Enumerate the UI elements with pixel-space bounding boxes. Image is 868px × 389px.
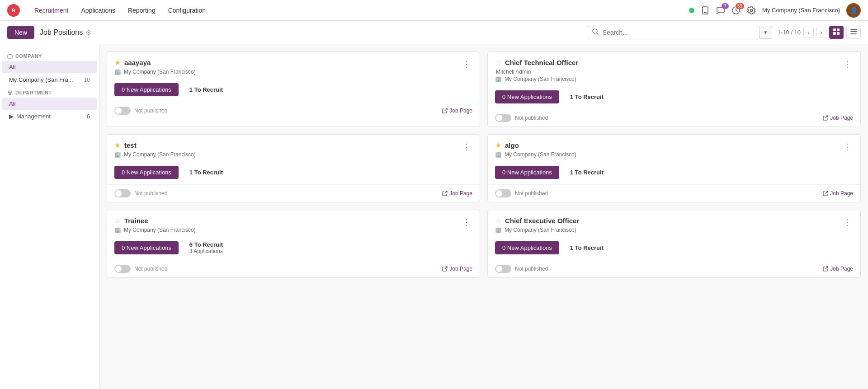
job-page-link[interactable]: Job Page [442,266,472,272]
clock-icon[interactable]: 59 [731,6,741,15]
chevron-right-icon: ▶ [9,113,14,120]
card-title-area: ☆ Trainee 🏢 My Company (San Francisco) [114,216,461,233]
card-company-name: My Company (San Francisco) [505,76,576,82]
search-dropdown-button[interactable]: ▾ [760,26,772,39]
job-page-link[interactable]: Job Page [442,190,472,197]
svg-rect-8 [833,28,836,31]
job-card: ★ aaayaya 🏢 My Company (San Francisco) ⋮… [107,52,480,127]
star-filled-icon[interactable]: ★ [114,58,121,67]
svg-rect-12 [850,29,857,30]
job-page-link[interactable]: Job Page [823,190,853,197]
card-company: 🏢 My Company (San Francisco) [495,76,841,82]
job-card: ☆ Chief Executive Officer 🏢 My Company (… [487,210,861,278]
content-area: ★ aaayaya 🏢 My Company (San Francisco) ⋮… [99,44,868,389]
card-footer: Not published Job Page [488,260,860,277]
card-title-row: ☆ Chief Technical Officer [495,58,841,67]
pagination-text: 1-10 / 10 [778,29,801,36]
card-title: Chief Executive Officer [505,217,579,225]
publish-toggle[interactable] [114,189,131,197]
new-applications-button[interactable]: 0 New Applications [495,90,559,103]
nav-reporting[interactable]: Reporting [123,5,161,16]
card-menu-button[interactable]: ⋮ [461,216,472,228]
company-section-title: COMPANY [0,50,99,61]
card-menu-button[interactable]: ⋮ [461,141,472,153]
nav-recruitment[interactable]: Recruitment [29,5,74,16]
card-title: algo [505,141,519,149]
sidebar-item-my-company-count: 10 [84,77,90,83]
chat-icon[interactable]: 7 [716,6,725,15]
status-indicator[interactable] [689,8,694,13]
svg-rect-14 [850,33,857,34]
phone-icon[interactable] [701,6,710,15]
card-company: 🏢 My Company (San Francisco) [495,151,841,158]
settings-icon[interactable] [747,6,756,15]
sidebar-item-management-count: 6 [87,113,90,120]
publish-toggle[interactable] [114,107,131,115]
star-empty-icon[interactable]: ☆ [114,216,121,225]
publish-toggle[interactable] [495,189,511,197]
new-applications-button[interactable]: 0 New Applications [495,166,559,179]
svg-rect-11 [837,32,840,35]
nav-configuration[interactable]: Configuration [163,5,211,16]
nav-applications[interactable]: Applications [75,5,121,16]
publish-toggle[interactable] [114,265,131,273]
star-filled-icon[interactable]: ★ [114,141,121,150]
new-applications-button[interactable]: 0 New Applications [114,166,179,179]
star-empty-icon[interactable]: ☆ [495,58,501,67]
svg-rect-13 [850,31,857,32]
new-applications-button[interactable]: 0 New Applications [495,241,559,254]
list-view-button[interactable] [846,26,861,39]
settings-gear-icon[interactable]: ⚙ [85,29,91,36]
svg-text:R: R [12,8,15,13]
job-card: ☆ Chief Technical Officer Mitchell Admin… [487,52,861,127]
publish-toggle[interactable] [495,114,511,122]
new-applications-button[interactable]: 0 New Applications [114,241,179,254]
star-filled-icon[interactable]: ★ [495,141,501,150]
card-company-name: My Company (San Francisco) [124,69,196,75]
building-icon: 🏢 [495,76,502,82]
star-empty-icon[interactable]: ☆ [495,216,501,225]
card-title: test [124,141,137,149]
card-body: 0 New Applications 1 To Recruit [488,238,860,260]
next-page-button[interactable]: › [816,27,826,38]
card-title-area: ★ test 🏢 My Company (San Francisco) [114,141,461,158]
new-applications-button[interactable]: 0 New Applications [114,83,179,96]
job-card: ★ algo 🏢 My Company (San Francisco) ⋮ 0 … [487,134,861,202]
job-page-link[interactable]: Job Page [823,115,853,121]
recruit-info: 1 To Recruit [570,169,604,176]
card-company: 🏢 My Company (San Francisco) [114,151,461,158]
job-page-link[interactable]: Job Page [823,266,853,272]
toggle-area: Not published [495,265,548,273]
card-title: aaayaya [124,59,151,66]
main-layout: COMPANY All My Company (San Fra... 10 DE… [0,44,868,389]
prev-page-button[interactable]: ‹ [803,27,813,38]
card-menu-button[interactable]: ⋮ [461,58,472,70]
card-title-row: ★ algo [495,141,841,150]
card-company-name: My Company (San Francisco) [124,151,196,158]
card-company-name: My Company (San Francisco) [505,151,576,158]
job-page-link[interactable]: Job Page [442,108,472,114]
card-title: Chief Technical Officer [505,59,578,66]
sidebar-item-company-all[interactable]: All [2,61,97,73]
sidebar-item-my-company[interactable]: My Company (San Fra... 10 [2,74,97,86]
sidebar-item-department-all[interactable]: All [2,98,97,110]
sidebar-item-management[interactable]: ▶ Management 6 [2,110,97,122]
search-icon [592,28,599,36]
sidebar-item-management-label: Management [16,113,51,120]
app-logo[interactable]: R [7,4,20,17]
new-button[interactable]: New [7,26,34,39]
search-input[interactable] [588,26,760,39]
card-menu-button[interactable]: ⋮ [841,216,853,228]
svg-point-19 [9,93,11,95]
toggle-area: Not published [495,189,548,197]
search-container: ▾ [588,26,772,39]
kanban-view-button[interactable] [829,26,844,39]
card-title-area: ★ aaayaya 🏢 My Company (San Francisco) [114,58,461,75]
card-footer: Not published Job Page [107,260,480,277]
card-footer: Not published Job Page [107,102,480,119]
user-avatar[interactable]: 👤 [846,3,861,18]
card-menu-button[interactable]: ⋮ [841,141,853,153]
card-menu-button[interactable]: ⋮ [841,58,853,70]
department-section-title: DEPARTMENT [0,86,99,97]
publish-toggle[interactable] [495,265,511,273]
